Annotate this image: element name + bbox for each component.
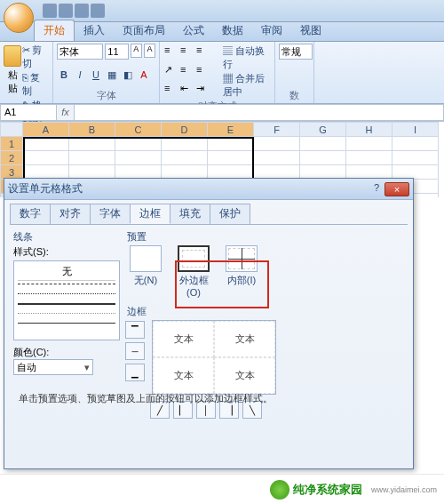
footer-url: www.yidaimei.com <box>371 485 437 494</box>
col-header[interactable]: A <box>23 123 69 137</box>
quick-access-toolbar <box>43 4 105 18</box>
align-center-button[interactable]: ≡ <box>195 63 210 76</box>
font-color-button[interactable]: A <box>137 68 151 83</box>
color-label: 颜色(C): <box>13 346 120 359</box>
dialog-close-button[interactable]: × <box>385 182 409 196</box>
border-bottom-button[interactable]: ▁ <box>125 364 145 381</box>
underline-button[interactable]: U <box>89 68 103 83</box>
indent-inc-button[interactable]: ⇥ <box>195 82 210 94</box>
tab-data[interactable]: 数据 <box>213 20 252 41</box>
border-top-button[interactable]: ▔ <box>125 321 145 339</box>
dialog-help-button[interactable]: ? <box>369 182 385 196</box>
font-group-label: 字体 <box>57 89 155 103</box>
dlg-tab-number[interactable]: 数字 <box>10 204 51 224</box>
col-header[interactable]: F <box>254 123 300 137</box>
tab-view[interactable]: 视图 <box>291 20 330 41</box>
wrap-text-button[interactable]: ▤ 自动换行 <box>223 44 271 71</box>
row-header[interactable]: 1 <box>1 137 23 151</box>
formula-input[interactable] <box>75 104 444 121</box>
dlg-tab-border[interactable]: 边框 <box>130 204 170 224</box>
preview-cell: 文本 <box>153 321 214 357</box>
ribbon: 粘贴 剪切 复制 格式刷 剪贴板 宋体 11 A A B I U ▦ ◧ A 字… <box>0 42 444 104</box>
paste-label: 粘贴 <box>4 68 22 95</box>
group-alignment: ≡ ≡ ≡ ↗ ≡ ≡ ≡ ⇤ ⇥ ▤ 自动换行 ▦ 合并后居中 对齐方式 <box>160 42 275 103</box>
dialog-tabs: 数字 对齐 字体 边框 填充 保护 <box>4 200 413 224</box>
group-clipboard: 粘贴 剪切 复制 格式刷 剪贴板 <box>0 42 53 103</box>
col-header[interactable]: B <box>69 123 115 137</box>
format-cells-dialog: 设置单元格格式 ? × 数字 对齐 字体 边框 填充 保护 线条 样式(S): … <box>4 178 414 469</box>
dlg-tab-font[interactable]: 字体 <box>90 204 131 224</box>
tab-layout[interactable]: 页面布局 <box>114 20 174 41</box>
office-button[interactable] <box>4 3 34 33</box>
merge-center-button[interactable]: ▦ 合并后居中 <box>223 72 271 99</box>
fill-color-button[interactable]: ◧ <box>121 68 135 83</box>
tab-home[interactable]: 开始 <box>34 20 75 41</box>
save-icon[interactable] <box>43 4 57 18</box>
preview-cell: 文本 <box>153 357 214 394</box>
formula-bar: A1 fx <box>0 104 444 122</box>
grow-font-button[interactable]: A <box>131 44 142 58</box>
dialog-titlebar[interactable]: 设置单元格格式 ? × <box>4 179 413 200</box>
orientation-button[interactable]: ↗ <box>163 63 178 76</box>
dlg-tab-fill[interactable]: 填充 <box>170 204 210 224</box>
tab-formula[interactable]: 公式 <box>174 20 213 41</box>
cut-button[interactable]: 剪切 <box>22 44 49 70</box>
preset-section-label: 预置 <box>127 230 404 244</box>
line-section-label: 线条 <box>13 230 120 244</box>
dlg-tab-align[interactable]: 对齐 <box>50 204 91 224</box>
preview-cell: 文本 <box>214 357 275 394</box>
undo-icon[interactable] <box>59 4 73 18</box>
border-preview[interactable]: 文本 文本 文本 文本 <box>152 320 276 395</box>
line-style-none[interactable]: 无 <box>18 263 115 281</box>
page-footer: 纯净系统家园 www.yidaimei.com <box>0 474 444 504</box>
tab-review[interactable]: 审阅 <box>252 20 291 41</box>
align-bottom-button[interactable]: ≡ <box>195 44 210 56</box>
footer-brand: 纯净系统家园 <box>293 482 362 498</box>
tab-insert[interactable]: 插入 <box>75 20 114 41</box>
group-font: 宋体 11 A A B I U ▦ ◧ A 字体 <box>53 42 160 103</box>
align-right-button[interactable]: ≡ <box>163 82 178 94</box>
font-name-combo[interactable]: 宋体 <box>57 44 103 60</box>
indent-dec-button[interactable]: ⇤ <box>179 82 194 94</box>
number-format-combo[interactable]: 常规 <box>279 44 313 60</box>
shrink-font-button[interactable]: A <box>144 44 155 58</box>
font-size-combo[interactable]: 11 <box>105 44 128 60</box>
preview-cell: 文本 <box>214 321 275 357</box>
dialog-title: 设置单元格格式 <box>8 181 83 196</box>
col-header[interactable]: G <box>300 123 346 137</box>
select-all-corner[interactable] <box>1 123 23 137</box>
dialog-hint-text: 单击预置选项、预览草图及上面的按钮可以添加边框样式。 <box>19 392 273 405</box>
highlight-annotation <box>175 260 269 308</box>
copy-button[interactable]: 复制 <box>22 71 49 98</box>
paste-icon <box>4 45 21 67</box>
style-label: 样式(S): <box>13 245 120 259</box>
border-hmid-button[interactable]: ─ <box>125 342 145 360</box>
qat-more-icon[interactable] <box>91 4 105 18</box>
align-left-button[interactable]: ≡ <box>179 63 194 76</box>
italic-button[interactable]: I <box>73 68 87 83</box>
preset-none-button[interactable]: 无(N) <box>127 245 164 298</box>
row-header[interactable]: 2 <box>1 151 23 165</box>
footer-logo-icon <box>270 480 289 500</box>
col-header[interactable]: I <box>392 123 439 137</box>
redo-icon[interactable] <box>75 4 89 18</box>
ribbon-tabs: 开始 插入 页面布局 公式 数据 审阅 视图 <box>0 22 444 42</box>
number-group-label: 数 <box>279 89 310 103</box>
line-style-list[interactable]: 无 <box>13 260 120 340</box>
align-middle-button[interactable]: ≡ <box>179 44 194 56</box>
align-top-button[interactable]: ≡ <box>163 44 178 56</box>
col-header[interactable]: H <box>346 123 392 137</box>
dlg-tab-protect[interactable]: 保护 <box>210 204 250 224</box>
name-box[interactable]: A1 <box>0 104 57 121</box>
dialog-body: 线条 样式(S): 无 颜色(C): 自动 预置 无(N) <box>10 224 408 428</box>
fx-icon[interactable]: fx <box>57 104 75 121</box>
color-auto-text: 自动 <box>17 361 36 374</box>
line-color-combo[interactable]: 自动 <box>13 359 93 375</box>
col-header[interactable]: E <box>208 123 254 137</box>
col-header[interactable]: C <box>115 123 162 137</box>
col-header[interactable]: D <box>162 123 208 137</box>
border-button[interactable]: ▦ <box>105 68 119 83</box>
bold-button[interactable]: B <box>57 68 71 83</box>
group-number: 常规 数 <box>275 42 314 103</box>
